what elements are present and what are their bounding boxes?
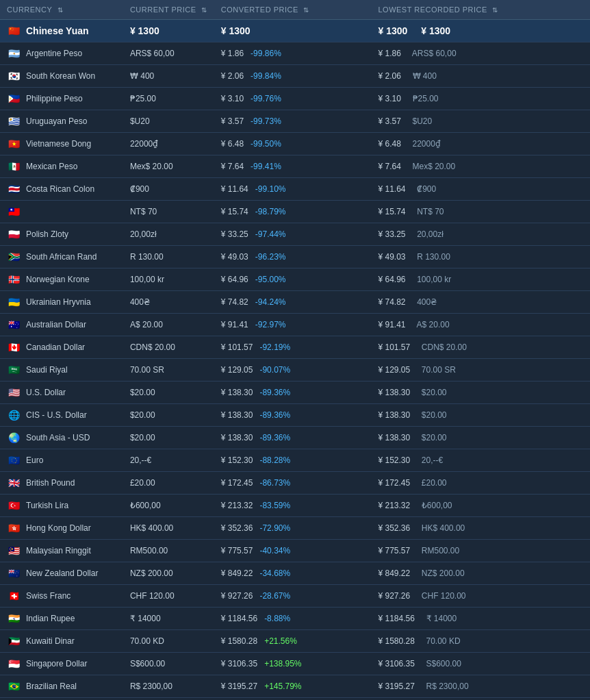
currency-name: Vietnamese Dong: [26, 139, 91, 149]
currency-name: South Korean Won: [26, 71, 95, 81]
current-price-14: 70.00 SR: [123, 359, 214, 382]
current-price-18: 20,--€: [123, 449, 214, 472]
flag-icon: 🇦🇷: [7, 47, 21, 60]
table-row: 🌏 South Asia - USD $20.00 ¥ 138.30 -89.3…: [0, 427, 590, 449]
currency-cell-29: 🇦🇪 U.A.E. Dirham: [0, 698, 123, 701]
lowest-price-9: ¥ 49.03 R 130.00: [371, 246, 590, 268]
converted-price-18: ¥ 152.30 -88.28%: [214, 449, 372, 472]
current-price-7: NT$ 70: [123, 201, 214, 223]
table-row: 🇦🇷 Argentine Peso ARS$ 60,00 ¥ 1.86 -99.…: [0, 42, 590, 65]
converted-price-20: ¥ 213.32 -83.59%: [214, 495, 372, 517]
flag-icon: 🌏: [7, 431, 21, 445]
change-pct: +138.95%: [264, 659, 301, 668]
change-pct: -89.36%: [259, 388, 290, 397]
table-row: 🇸🇦 Saudi Riyal 70.00 SR ¥ 129.05 -90.07%…: [0, 359, 590, 382]
currency-cell-6: 🇨🇷 Costa Rican Colon: [0, 178, 123, 201]
current-price-20: ₺600,00: [123, 495, 214, 517]
currency-cell-27: 🇸🇬 Singapore Dollar: [0, 653, 123, 675]
lowest-price-6: ¥ 11.64 ₡900: [371, 178, 590, 201]
flag-icon: 🇹🇼: [7, 205, 21, 218]
flag-icon: 🇳🇿: [7, 566, 21, 580]
currency-name: Uruguayan Peso: [26, 116, 87, 126]
current-price-23: NZ$ 200.00: [123, 562, 214, 585]
flag-icon: 🇿🇦: [7, 250, 21, 264]
header-currency[interactable]: CURRENCY ⇅: [0, 0, 123, 20]
currency-cell-9: 🇿🇦 South African Rand: [0, 246, 123, 268]
flag-icon: 🇧🇷: [7, 679, 21, 693]
currency-name: Costa Rican Colon: [26, 184, 94, 194]
currency-cell-8: 🇵🇱 Polish Zloty: [0, 223, 123, 246]
current-price-1: ₩ 400: [123, 65, 214, 88]
sort-icon-currency: ⇅: [57, 6, 64, 14]
header-converted-price[interactable]: CONVERTED PRICE ⇅: [214, 0, 372, 20]
current-price-11: 400₴: [123, 291, 214, 314]
currency-name: Canadian Dollar: [26, 342, 85, 352]
current-price-2: ₱25.00: [123, 88, 214, 110]
highlight-lowest-price: ¥ 1300 ¥ 1300: [371, 20, 590, 42]
change-pct: -99.41%: [251, 162, 281, 171]
flag-icon: 🇰🇼: [7, 634, 21, 648]
lowest-price-23: ¥ 849.22 NZ$ 200.00: [371, 562, 590, 585]
table-row: 🇿🇦 South African Rand R 130.00 ¥ 49.03 -…: [0, 246, 590, 268]
change-pct: -90.07%: [259, 365, 290, 375]
converted-price-10: ¥ 64.96 -95.00%: [214, 268, 372, 291]
converted-price-13: ¥ 101.57 -92.19%: [214, 336, 372, 359]
table-row: 🇵🇱 Polish Zloty 20,00zł ¥ 33.25 -97.44% …: [0, 223, 590, 246]
converted-price-3: ¥ 3.57 -99.73%: [214, 110, 372, 133]
currency-name: New Zealand Dollar: [26, 568, 98, 578]
flag-icon: 🇵🇱: [7, 227, 21, 241]
current-price-21: HK$ 400.00: [123, 517, 214, 540]
table-row: 🇨🇭 Swiss Franc CHF 120.00 ¥ 927.26 -28.6…: [0, 585, 590, 608]
flag-icon: 🇸🇬: [7, 657, 21, 671]
table-row: 🇹🇼 NT$ 70 ¥ 15.74 -98.79% ¥ 15.74 NT$ 70: [0, 201, 590, 223]
table-row: 🌐 CIS - U.S. Dollar $20.00 ¥ 138.30 -89.…: [0, 404, 590, 427]
table-row: 🇲🇾 Malaysian Ringgit RM500.00 ¥ 775.57 -…: [0, 540, 590, 562]
currency-name: South African Rand: [26, 252, 97, 262]
converted-price-23: ¥ 849.22 -34.68%: [214, 562, 372, 585]
lowest-price-29: ¥ 4707.41 2500.00 AED: [371, 698, 590, 701]
table-row: 🇸🇬 Singapore Dollar S$600.00 ¥ 3106.35 +…: [0, 653, 590, 675]
lowest-price-17: ¥ 138.30 $20.00: [371, 427, 590, 449]
converted-price-1: ¥ 2.06 -99.84%: [214, 65, 372, 88]
lowest-price-10: ¥ 64.96 100,00 kr: [371, 268, 590, 291]
change-pct: -28.67%: [259, 591, 290, 601]
table-row: 🇺🇦 Ukrainian Hryvnia 400₴ ¥ 74.82 -94.24…: [0, 291, 590, 314]
currency-name: Australian Dollar: [26, 320, 86, 329]
currency-name: British Pound: [26, 478, 75, 488]
currency-cell-23: 🇳🇿 New Zealand Dollar: [0, 562, 123, 585]
currency-cell-20: 🇹🇷 Turkish Lira: [0, 495, 123, 517]
converted-price-17: ¥ 138.30 -89.36%: [214, 427, 372, 449]
current-price-4: 22000₫: [123, 133, 214, 155]
currency-name: Saudi Riyal: [26, 365, 68, 375]
header-lowest-price[interactable]: LOWEST RECORDED PRICE ⇅: [371, 0, 590, 20]
converted-price-19: ¥ 172.45 -86.73%: [214, 472, 372, 495]
change-pct: -89.36%: [259, 410, 290, 420]
currency-cell-16: 🌐 CIS - U.S. Dollar: [0, 404, 123, 427]
flag-icon: 🇮🇳: [7, 612, 21, 625]
currency-name: Euro: [26, 455, 43, 465]
lowest-price-16: ¥ 138.30 $20.00: [371, 404, 590, 427]
currency-cell-13: 🇨🇦 Canadian Dollar: [0, 336, 123, 359]
currency-name: Turkish Lira: [26, 501, 68, 510]
currency-table: CURRENCY ⇅ CURRENT PRICE ⇅ CONVERTED PRI…: [0, 0, 590, 700]
currency-name: Indian Rupee: [26, 614, 75, 623]
converted-price-16: ¥ 138.30 -89.36%: [214, 404, 372, 427]
currency-name: Ukrainian Hryvnia: [26, 297, 91, 307]
current-price-3: $U20: [123, 110, 214, 133]
table-row: 🇵🇭 Philippine Peso ₱25.00 ¥ 3.10 -99.76%…: [0, 88, 590, 110]
change-pct: -8.88%: [264, 614, 290, 623]
current-price-8: 20,00zł: [123, 223, 214, 246]
currency-name: Brazilian Real: [26, 682, 77, 691]
header-current-price[interactable]: CURRENT PRICE ⇅: [123, 0, 214, 20]
converted-price-25: ¥ 1184.56 -8.88%: [214, 608, 372, 630]
table-row: 🇹🇷 Turkish Lira ₺600,00 ¥ 213.32 -83.59%…: [0, 495, 590, 517]
currency-cell-15: 🇺🇸 U.S. Dollar: [0, 382, 123, 404]
currency-cell-7: 🇹🇼: [0, 201, 123, 223]
current-price-19: £20.00: [123, 472, 214, 495]
current-price-5: Mex$ 20.00: [123, 155, 214, 178]
flag-icon: 🇺🇦: [7, 295, 21, 309]
currency-name: CIS - U.S. Dollar: [26, 410, 87, 420]
lowest-price-8: ¥ 33.25 20,00zł: [371, 223, 590, 246]
converted-price-5: ¥ 7.64 -99.41%: [214, 155, 372, 178]
lowest-price-18: ¥ 152.30 20,--€: [371, 449, 590, 472]
